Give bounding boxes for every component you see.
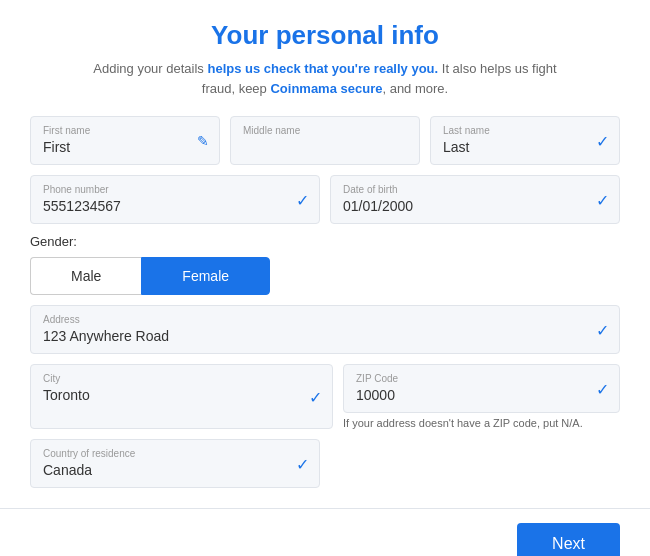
first-name-input[interactable] bbox=[43, 139, 187, 155]
address-section: Address ✓ City ✓ ZIP Code ✓ If your addr… bbox=[30, 305, 620, 488]
middle-name-input[interactable] bbox=[243, 139, 387, 155]
city-field: City ✓ bbox=[30, 364, 333, 429]
phone-input[interactable] bbox=[43, 198, 287, 214]
dob-label: Date of birth bbox=[343, 184, 607, 195]
check-icon-city: ✓ bbox=[309, 387, 322, 406]
subtitle-part3: , and more. bbox=[382, 81, 448, 96]
middle-name-label: Middle name bbox=[243, 125, 407, 136]
country-label: Country of residence bbox=[43, 448, 307, 459]
country-input[interactable] bbox=[43, 462, 287, 478]
zip-container: ZIP Code ✓ If your address doesn't have … bbox=[343, 364, 620, 429]
dob-input[interactable] bbox=[343, 198, 587, 214]
country-field: Country of residence ✓ bbox=[30, 439, 320, 488]
address-row: Address ✓ bbox=[30, 305, 620, 354]
city-label: City bbox=[43, 373, 320, 384]
page-container: Your personal info Adding your details h… bbox=[0, 0, 650, 556]
city-zip-row: City ✓ ZIP Code ✓ If your address doesn'… bbox=[30, 364, 620, 429]
zip-field: ZIP Code ✓ bbox=[343, 364, 620, 413]
edit-icon: ✎ bbox=[197, 133, 209, 149]
phone-label: Phone number bbox=[43, 184, 307, 195]
check-icon-last: ✓ bbox=[596, 131, 609, 150]
subtitle: Adding your details helps us check that … bbox=[30, 59, 620, 98]
check-icon-country: ✓ bbox=[296, 454, 309, 473]
city-input[interactable] bbox=[43, 387, 300, 403]
check-icon-zip: ✓ bbox=[596, 379, 609, 398]
last-name-input[interactable] bbox=[443, 139, 587, 155]
phone-dob-row: Phone number ✓ Date of birth ✓ bbox=[30, 175, 620, 224]
first-name-field: First name ✎ bbox=[30, 116, 220, 165]
footer: Next bbox=[0, 508, 650, 556]
check-icon-dob: ✓ bbox=[596, 190, 609, 209]
zip-input[interactable] bbox=[356, 387, 587, 403]
last-name-field: Last name ✓ bbox=[430, 116, 620, 165]
page-title: Your personal info bbox=[30, 20, 620, 51]
male-button[interactable]: Male bbox=[30, 257, 141, 295]
check-icon-address: ✓ bbox=[596, 320, 609, 339]
female-button[interactable]: Female bbox=[141, 257, 270, 295]
phone-field: Phone number ✓ bbox=[30, 175, 320, 224]
gender-label: Gender: bbox=[30, 234, 620, 249]
subtitle-bold2: Coinmama secure bbox=[270, 81, 382, 96]
middle-name-field: Middle name bbox=[230, 116, 420, 165]
header: Your personal info Adding your details h… bbox=[30, 20, 620, 98]
gender-buttons: Male Female bbox=[30, 257, 620, 295]
zip-hint: If your address doesn't have a ZIP code,… bbox=[343, 417, 620, 429]
address-label: Address bbox=[43, 314, 607, 325]
zip-label: ZIP Code bbox=[356, 373, 607, 384]
name-row: First name ✎ Middle name Last name ✓ bbox=[30, 116, 620, 165]
first-name-label: First name bbox=[43, 125, 207, 136]
country-row: Country of residence ✓ bbox=[30, 439, 620, 488]
next-button[interactable]: Next bbox=[517, 523, 620, 557]
last-name-label: Last name bbox=[443, 125, 607, 136]
subtitle-part1: Adding your details bbox=[93, 61, 207, 76]
subtitle-bold1: helps us check that you're really you. bbox=[207, 61, 438, 76]
address-input[interactable] bbox=[43, 328, 587, 344]
check-icon-phone: ✓ bbox=[296, 190, 309, 209]
address-field: Address ✓ bbox=[30, 305, 620, 354]
dob-field: Date of birth ✓ bbox=[330, 175, 620, 224]
gender-section: Gender: Male Female bbox=[30, 234, 620, 295]
